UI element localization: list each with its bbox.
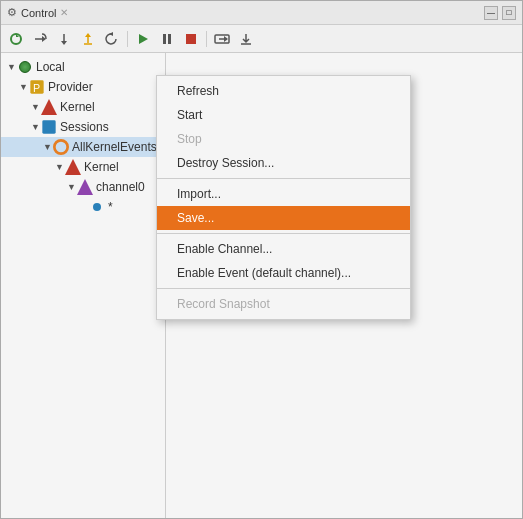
menu-item-destroy-session[interactable]: Destroy Session... bbox=[157, 151, 410, 175]
menu-item-import[interactable]: Import... bbox=[157, 182, 410, 206]
step-out-icon bbox=[80, 31, 96, 47]
svg-marker-3 bbox=[61, 41, 67, 45]
tree-item-sessions[interactable]: ▼ Sessions bbox=[1, 117, 165, 137]
tree-item-kernel1[interactable]: ▼ Kernel bbox=[1, 97, 165, 117]
tree-item-local[interactable]: ▼ Local bbox=[1, 57, 165, 77]
menu-item-start[interactable]: Start bbox=[157, 103, 410, 127]
tree-label-kernel1: Kernel bbox=[60, 100, 95, 114]
toolbar bbox=[1, 25, 522, 53]
toolbar-stop-button[interactable] bbox=[180, 28, 202, 50]
title-bar-left: ⚙ Control ✕ bbox=[7, 6, 484, 19]
run-icon bbox=[135, 31, 151, 47]
toolbar-refresh-button[interactable] bbox=[5, 28, 27, 50]
channel-icon bbox=[77, 179, 93, 195]
arrow-provider: ▼ bbox=[19, 82, 29, 92]
toolbar-export-button[interactable] bbox=[235, 28, 257, 50]
window-controls: — □ bbox=[484, 6, 516, 20]
svg-rect-15 bbox=[42, 120, 55, 133]
svg-marker-14 bbox=[41, 99, 57, 115]
tree-label-sessions: Sessions bbox=[60, 120, 109, 134]
export-icon bbox=[238, 31, 254, 47]
arrow-channel0: ▼ bbox=[67, 182, 77, 192]
pause-icon bbox=[159, 31, 175, 47]
main-window: ⚙ Control ✕ — □ bbox=[0, 0, 523, 519]
kernel2-icon bbox=[65, 159, 81, 175]
menu-item-stop: Stop bbox=[157, 127, 410, 151]
svg-marker-11 bbox=[224, 36, 228, 42]
svg-text:P: P bbox=[33, 82, 40, 94]
toolbar-reconnect-button[interactable] bbox=[211, 28, 233, 50]
step-into-icon bbox=[56, 31, 72, 47]
toolbar-separator-1 bbox=[127, 31, 128, 47]
toolbar-step-over-button[interactable] bbox=[29, 28, 51, 50]
svg-point-16 bbox=[54, 140, 67, 153]
kernel1-icon bbox=[41, 99, 57, 115]
arrow-local: ▼ bbox=[7, 62, 17, 72]
menu-item-record-snapshot: Record Snapshot bbox=[157, 292, 410, 316]
svg-marker-18 bbox=[77, 179, 93, 195]
provider-icon: P bbox=[29, 79, 45, 95]
reconnect-icon bbox=[214, 31, 230, 47]
tree-label-allkernelevents: AllKernelEvents bbox=[72, 140, 157, 154]
svg-rect-9 bbox=[186, 34, 196, 44]
tree-label-provider: Provider bbox=[48, 80, 93, 94]
arrow-kernel1: ▼ bbox=[31, 102, 41, 112]
tree-item-provider[interactable]: ▼ P Provider bbox=[1, 77, 165, 97]
tree-item-kernel2[interactable]: ▼ Kernel bbox=[1, 157, 165, 177]
dot-icon bbox=[89, 199, 105, 215]
menu-separator-2 bbox=[157, 233, 410, 234]
svg-marker-17 bbox=[65, 159, 81, 175]
arrow-allkernelevents: ▼ bbox=[43, 142, 53, 152]
tree-label-kernel2: Kernel bbox=[84, 160, 119, 174]
svg-marker-5 bbox=[109, 32, 113, 36]
back-icon bbox=[104, 31, 120, 47]
menu-item-enable-channel[interactable]: Enable Channel... bbox=[157, 237, 410, 261]
tree-item-star[interactable]: * bbox=[1, 197, 165, 217]
local-icon bbox=[17, 59, 33, 75]
stop-icon bbox=[183, 31, 199, 47]
menu-separator-3 bbox=[157, 288, 410, 289]
context-menu: Refresh Start Stop Destroy Session... Im… bbox=[156, 75, 411, 320]
svg-rect-8 bbox=[168, 34, 171, 44]
tree-label-channel0: channel0 bbox=[96, 180, 145, 194]
main-content: ▼ Local ▼ P Provider ▼ bbox=[1, 53, 522, 518]
allevents-icon bbox=[53, 139, 69, 155]
tree-label-local: Local bbox=[36, 60, 65, 74]
tree-panel: ▼ Local ▼ P Provider ▼ bbox=[1, 53, 166, 518]
tree-label-star: * bbox=[108, 200, 113, 214]
toolbar-back-button[interactable] bbox=[101, 28, 123, 50]
menu-item-save[interactable]: Save... bbox=[157, 206, 410, 230]
svg-marker-6 bbox=[139, 34, 148, 44]
tree-item-allkernelevents[interactable]: ▼ AllKernelEvents bbox=[1, 137, 165, 157]
arrow-sessions: ▼ bbox=[31, 122, 41, 132]
arrow-kernel2: ▼ bbox=[55, 162, 65, 172]
svg-marker-4 bbox=[85, 33, 91, 37]
minimize-button[interactable]: — bbox=[484, 6, 498, 20]
refresh-icon bbox=[8, 31, 24, 47]
toolbar-separator-2 bbox=[206, 31, 207, 47]
toolbar-pause-button[interactable] bbox=[156, 28, 178, 50]
toolbar-run-button[interactable] bbox=[132, 28, 154, 50]
svg-rect-7 bbox=[163, 34, 166, 44]
window-icon: ⚙ bbox=[7, 6, 17, 19]
title-tab-separator: ✕ bbox=[60, 7, 68, 18]
menu-item-enable-event[interactable]: Enable Event (default channel)... bbox=[157, 261, 410, 285]
menu-separator-1 bbox=[157, 178, 410, 179]
step-over-icon bbox=[32, 31, 48, 47]
menu-item-refresh[interactable]: Refresh bbox=[157, 79, 410, 103]
title-bar: ⚙ Control ✕ — □ bbox=[1, 1, 522, 25]
toolbar-step-out-button[interactable] bbox=[77, 28, 99, 50]
toolbar-step-into-button[interactable] bbox=[53, 28, 75, 50]
sessions-icon bbox=[41, 119, 57, 135]
window-title: Control bbox=[21, 7, 56, 19]
maximize-button[interactable]: □ bbox=[502, 6, 516, 20]
tree-item-channel0[interactable]: ▼ channel0 bbox=[1, 177, 165, 197]
